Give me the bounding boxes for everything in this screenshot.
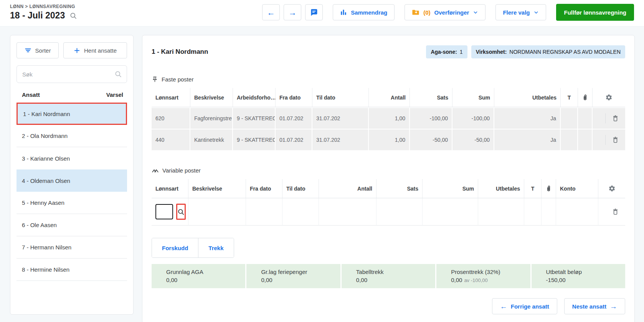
search-icon	[177, 208, 185, 216]
cell-fra-dato: 01.07.202	[276, 108, 312, 129]
cell-t	[524, 198, 542, 226]
faste-poster-row: 620 Fagforeningstre 9 - SKATTEREG 01.07.…	[152, 108, 625, 129]
summary-suffix: av -100,00	[464, 277, 487, 283]
column-fra-dato: Fra dato	[246, 179, 282, 198]
employee-item[interactable]: 7 - Hermann Nilsen	[17, 236, 127, 259]
column-fra-dato: Fra dato	[276, 88, 312, 107]
next-employee-button[interactable]: Neste ansatt →	[564, 298, 625, 314]
cell-arbeidsforhold: 9 - SKATTEREG	[233, 129, 276, 150]
fullfor-lonnsavregning-button[interactable]: Fullfør lønnsavregning	[556, 4, 634, 21]
plus-icon	[74, 47, 80, 54]
tab-forskudd[interactable]: Forskudd	[152, 238, 198, 257]
column-konto: Konto	[556, 179, 598, 198]
cell-konto	[556, 198, 598, 226]
summary-label: Tabelltrekk	[356, 269, 431, 275]
column-sats: Sats	[376, 179, 423, 198]
variable-poster-table: Lønnsart Beskrivelse Fra dato Til dato A…	[152, 179, 625, 226]
chat-icon	[310, 8, 318, 17]
summary-value: 0,00	[356, 277, 367, 283]
topbar-actions: ← →	[262, 4, 634, 21]
chevron-down-icon	[533, 10, 539, 15]
cell-t	[561, 129, 578, 150]
cell-sum	[423, 198, 478, 226]
employee-item[interactable]: 2 - Ola Nordmann	[17, 125, 127, 147]
employee-list-header: Ansatt Varsel	[17, 91, 127, 98]
chevron-down-icon	[473, 10, 478, 15]
aga-sone-badge: Aga-sone: 1	[426, 45, 467, 58]
payroll-page: LØNN > LØNNSAVREGNING 18 - Juli 2023 ← →	[0, 0, 644, 322]
trash-icon	[612, 115, 619, 122]
gear-icon	[608, 185, 616, 192]
employee-item[interactable]: 5 - Henny Aasen	[17, 192, 127, 214]
gear-icon	[605, 94, 613, 101]
column-sum: Sum	[452, 88, 494, 107]
table-header-row: Lønnsart Beskrivelse Fra dato Til dato A…	[152, 179, 625, 198]
delete-row-button[interactable]	[612, 136, 619, 144]
divider	[605, 113, 606, 123]
breadcrumb[interactable]: LØNN > LØNNSAVREGNING	[10, 4, 77, 9]
aga-sone-label: Aga-sone:	[431, 49, 457, 55]
cell-til-dato: 31.07.202	[312, 129, 369, 150]
column-lonnsart: Lønnsart	[152, 179, 188, 198]
employee-item[interactable]: 8 - Hermine Nilsen	[17, 259, 127, 281]
arrow-right-icon: →	[289, 8, 297, 17]
employee-item[interactable]: 1 - Kari Nordmann	[17, 103, 127, 125]
sort-button[interactable]: Sorter	[17, 42, 59, 58]
employee-item[interactable]: 3 - Karianne Olsen	[17, 147, 127, 169]
variable-poster-title: Variable poster	[162, 167, 201, 174]
virksomhet-value: NORDMANN REGNSKAP AS AVD MODALEN	[509, 49, 621, 55]
cell-lonnsart: 620	[152, 108, 190, 129]
flere-valg-label: Flere valg	[503, 9, 530, 16]
column-varsel: Varsel	[106, 91, 123, 98]
cell-sats: -50,00	[410, 129, 452, 150]
employee-item[interactable]: 4 - Oldeman Olsen	[17, 169, 127, 192]
column-til-dato: Til dato	[312, 88, 369, 107]
previous-employee-label: Forrige ansatt	[511, 303, 549, 310]
column-antall: Antall	[369, 88, 410, 107]
column-ansatt: Ansatt	[22, 91, 40, 98]
variable-poster-input-row	[152, 198, 625, 226]
sammendrag-label: Sammendrag	[351, 9, 387, 16]
employee-search-input[interactable]	[17, 65, 127, 83]
lonnsart-search-button[interactable]	[176, 204, 186, 220]
lonnsart-input[interactable]	[155, 204, 173, 219]
cell-arbeidsforhold: 9 - SKATTEREG	[233, 108, 276, 129]
flere-valg-button[interactable]: Flere valg	[495, 4, 546, 20]
summary-label: Prosenttrekk (32%)	[451, 269, 526, 275]
cell-utbetales: Ja	[494, 108, 561, 129]
cell-attachment	[542, 198, 556, 226]
cell-til-dato: 31.07.202	[312, 108, 369, 129]
bar-chart-icon	[340, 9, 347, 16]
cell-t	[561, 108, 578, 129]
cell-fra-dato	[246, 198, 282, 226]
cell-utbetales	[478, 198, 524, 226]
table-settings-button[interactable]	[593, 88, 625, 107]
employee-item[interactable]: 6 - Ole Aasen	[17, 214, 127, 236]
employee-label: 3 - Karianne Olsen	[22, 155, 70, 162]
cell-utbetales: Ja	[494, 129, 561, 150]
tab-trekk[interactable]: Trekk	[198, 238, 233, 257]
next-period-button[interactable]: →	[284, 4, 301, 20]
topbar: LØNN > LØNNSAVREGNING 18 - Juli 2023 ← →	[0, 0, 644, 27]
cell-fra-dato: 01.07.202	[276, 129, 312, 150]
table-settings-button[interactable]	[598, 179, 625, 198]
delete-row-button[interactable]	[612, 115, 619, 122]
column-lonnsart: Lønnsart	[152, 88, 190, 107]
hent-ansatte-button[interactable]: Hent ansatte	[63, 42, 127, 58]
sammendrag-button[interactable]: Sammendrag	[333, 4, 395, 20]
period-search-icon[interactable]	[69, 12, 77, 20]
filter-icon	[25, 47, 31, 53]
hent-ansatte-label: Hent ansatte	[84, 47, 117, 54]
previous-employee-button[interactable]: ← Forrige ansatt	[492, 298, 557, 314]
cell-actions	[593, 129, 625, 150]
previous-period-button[interactable]: ←	[262, 4, 280, 20]
page-title: 18 - Juli 2023	[10, 10, 65, 21]
pin-icon	[152, 76, 158, 83]
column-t: T	[561, 88, 578, 107]
comments-button[interactable]	[305, 4, 323, 20]
column-beskrivelse: Beskrivelse	[190, 88, 233, 107]
delete-row-button[interactable]	[612, 208, 619, 216]
overforinger-button[interactable]: (0) Overføringer	[405, 4, 485, 20]
employee-label: 2 - Ola Nordmann	[22, 133, 68, 139]
employee-sidebar: Sorter Hent ansatte	[10, 35, 134, 315]
